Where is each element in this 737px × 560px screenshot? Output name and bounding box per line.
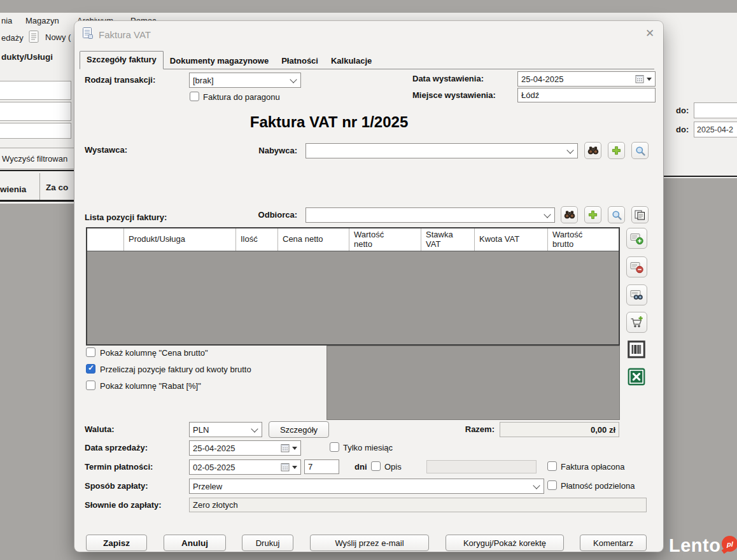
- close-icon[interactable]: [643, 26, 657, 40]
- issue-place-label: Miejsce wystawienia:: [412, 90, 496, 100]
- recipient-find-button[interactable]: [561, 206, 578, 223]
- amount-words-value: Zero złotych: [193, 500, 643, 510]
- buyer-preview-button[interactable]: [631, 142, 649, 159]
- tab-dokumenty-magazynowe[interactable]: Dokumenty magazynowe: [164, 53, 275, 69]
- grid-header-1: wienia: [0, 185, 26, 194]
- col-selector: [87, 228, 124, 251]
- show-discount-label[interactable]: Pokaż kolumnę "Rabat [%]": [100, 381, 201, 391]
- dropdown-arrow-icon: [647, 78, 652, 81]
- find-row-icon: [630, 288, 643, 302]
- correction-button[interactable]: Koryguj/Pokaż korektę: [446, 535, 564, 551]
- issue-place-value: Łódź: [521, 90, 652, 100]
- buyer-select[interactable]: [305, 143, 578, 158]
- recipient-select[interactable]: [305, 207, 555, 223]
- barcode-icon[interactable]: [628, 340, 645, 358]
- invoice-heading: Faktura VAT nr 1/2025: [176, 113, 482, 131]
- buyer-label: Nabywca:: [234, 146, 297, 155]
- new-document-button[interactable]: Nowy (: [28, 30, 71, 44]
- background-right-panel: [660, 64, 737, 178]
- filter-field-1[interactable]: [0, 81, 71, 100]
- issue-date-field[interactable]: 25-04-2025: [517, 71, 656, 87]
- currency-details-button[interactable]: Szczegóły: [269, 421, 329, 438]
- payment-method-label: Sposób zapłaty:: [85, 481, 148, 491]
- only-month-checkbox[interactable]: [330, 442, 339, 452]
- filter-field-2[interactable]: [0, 102, 71, 121]
- calendar-icon: [281, 444, 290, 452]
- recipient-copy-button[interactable]: [631, 206, 649, 223]
- tab-szczegoly-faktury[interactable]: Szczegóły faktury: [80, 51, 164, 69]
- payment-method-value: Przelew: [193, 482, 531, 491]
- invoice-icon: [82, 27, 94, 39]
- issue-place-input[interactable]: Łódź: [517, 88, 656, 102]
- divider: [0, 200, 74, 202]
- menu-item-magazyn[interactable]: Magazyn: [25, 16, 59, 25]
- remove-item-button[interactable]: [626, 256, 647, 277]
- add-from-cart-button[interactable]: [626, 312, 647, 333]
- show-discount-checkbox[interactable]: [86, 381, 95, 390]
- recalc-from-gross-label[interactable]: Przeliczaj pozycje faktury od kwoty brut…: [100, 365, 251, 374]
- description-label[interactable]: Opis: [384, 462, 402, 472]
- faktura-vat-dialog: Faktura VAT Szczegóły faktury Dokumenty …: [74, 21, 663, 552]
- payment-days-input[interactable]: 7: [304, 459, 339, 474]
- add-row-icon: [630, 232, 643, 245]
- find-item-button[interactable]: [626, 284, 647, 305]
- tab-products-services[interactable]: dukty/Usługi: [1, 52, 53, 62]
- currency-select[interactable]: PLN: [189, 422, 262, 437]
- total-value: 0,00 zł: [591, 425, 615, 435]
- receipt-invoice-label[interactable]: Faktura do paragonu: [203, 92, 280, 102]
- remove-row-icon: [630, 260, 643, 274]
- sale-date-field[interactable]: 25-04-2025: [189, 440, 301, 456]
- binoculars-icon: [564, 211, 575, 219]
- recipient-preview-button[interactable]: [608, 206, 625, 223]
- description-input: [426, 460, 537, 473]
- watermark-brand: Lento: [669, 535, 720, 556]
- menu-item-clipped[interactable]: nia: [1, 16, 12, 25]
- sale-date-value: 25-04-2025: [193, 444, 281, 453]
- description-checkbox[interactable]: [371, 461, 381, 471]
- grid-header-2: Za co: [46, 183, 68, 192]
- comment-button[interactable]: Komentarz: [580, 535, 647, 551]
- amount-words-label: Słownie do zapłaty:: [85, 500, 162, 510]
- invoice-paid-checkbox[interactable]: [547, 461, 557, 471]
- items-table-body[interactable]: [87, 251, 619, 344]
- screen: nia Magazyn Archiwum Pomoc edaży Nowy ( …: [0, 0, 737, 560]
- buyer-add-button[interactable]: [608, 142, 625, 159]
- recalc-from-gross-checkbox[interactable]: [86, 364, 95, 374]
- col-vat-amount: Kwota VAT: [475, 228, 548, 251]
- add-item-button[interactable]: [626, 228, 647, 249]
- only-month-label[interactable]: Tylko miesiąc: [343, 443, 393, 452]
- date-to-field-2[interactable]: 2025-04-2: [694, 122, 737, 137]
- clear-filter-button[interactable]: Wyczyść filtrowan: [0, 148, 83, 169]
- divider: [0, 170, 74, 171]
- transaction-type-select[interactable]: [brak]: [189, 73, 301, 88]
- show-gross-price-checkbox[interactable]: [86, 347, 95, 357]
- split-payment-checkbox[interactable]: [547, 480, 557, 490]
- split-payment-label[interactable]: Płatność podzielona: [561, 481, 635, 491]
- tab-kalkulacje[interactable]: Kalkulacje: [325, 53, 378, 69]
- cancel-button[interactable]: Anuluj: [164, 535, 226, 551]
- calendar-icon: [281, 463, 290, 472]
- filter-field-3[interactable]: [0, 123, 71, 139]
- excel-export-icon[interactable]: [628, 368, 645, 386]
- save-button[interactable]: Zapisz: [86, 535, 147, 551]
- recipient-label: Odbiorca:: [234, 210, 297, 220]
- summary-panel: [326, 346, 620, 420]
- invoice-paid-label[interactable]: Faktura opłacona: [561, 462, 624, 472]
- new-document-label: Nowy (: [45, 32, 71, 42]
- payment-method-select[interactable]: Przelew: [189, 479, 544, 494]
- recipient-add-button[interactable]: [584, 206, 601, 223]
- payment-due-date-field[interactable]: 02-05-2025: [189, 459, 301, 475]
- receipt-invoice-checkbox[interactable]: [190, 92, 199, 101]
- watermark-pl-badge: pl: [722, 536, 737, 552]
- clear-filter-label: Wyczyść filtrowan: [2, 154, 67, 164]
- items-table: Produkt/Usługa Ilość Cena netto Wartość …: [86, 227, 620, 346]
- dropdown-arrow-icon: [292, 447, 297, 450]
- show-gross-price-label[interactable]: Pokaż kolumnę "Cena brutto": [100, 348, 208, 358]
- buyer-find-button[interactable]: [584, 142, 601, 159]
- tab-platnosci[interactable]: Płatności: [275, 53, 325, 69]
- issue-date-value: 25-04-2025: [521, 74, 635, 84]
- date-to-field-1[interactable]: [694, 102, 737, 118]
- tab-strip: Szczegóły faktury Dokumenty magazynowe P…: [80, 51, 654, 69]
- print-button[interactable]: Drukuj: [242, 535, 293, 551]
- send-email-button[interactable]: Wyślij przez e-mail: [310, 535, 429, 551]
